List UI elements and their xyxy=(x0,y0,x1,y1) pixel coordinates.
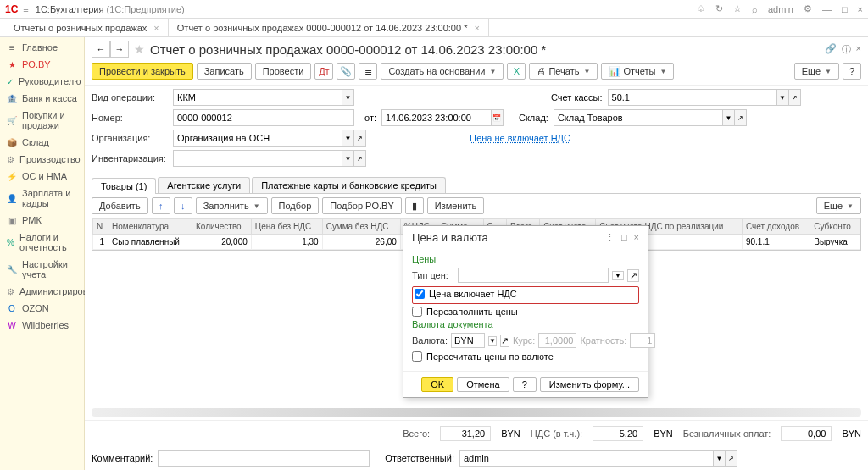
sidebar-item-wb[interactable]: WWildberries xyxy=(0,317,84,334)
search-icon[interactable]: ⌕ xyxy=(752,4,758,14)
tab-cards[interactable]: Платежные карты и банковские кредиты xyxy=(252,177,446,193)
more-button[interactable]: Еще▼ xyxy=(794,63,839,80)
responsible-input[interactable] xyxy=(459,450,714,467)
reports-button[interactable]: 📊 Отчеты▼ xyxy=(601,63,674,80)
user-label[interactable]: admin xyxy=(768,4,793,14)
sidebar-item-warehouse[interactable]: 📦Склад xyxy=(0,134,84,151)
tab-agent[interactable]: Агентские услуги xyxy=(158,177,250,193)
recalc-checkbox[interactable] xyxy=(412,351,422,362)
dropdown-icon[interactable]: ▼ xyxy=(714,450,726,467)
ok-button[interactable]: OK xyxy=(421,377,453,392)
row-down-button[interactable]: ↓ xyxy=(174,197,192,214)
bell-icon[interactable]: ♤ xyxy=(697,3,705,14)
select-poby-button[interactable]: Подбор PO.BY xyxy=(322,197,401,214)
rate-input[interactable] xyxy=(538,333,576,348)
price-type-input[interactable] xyxy=(458,268,609,283)
col-sub[interactable]: Субконто xyxy=(810,219,860,235)
close-icon[interactable]: × xyxy=(858,4,863,14)
col-n[interactable]: N xyxy=(93,219,108,235)
create-based-button[interactable]: Создать на основании▼ xyxy=(381,63,504,80)
sidebar-item-poby[interactable]: ★PO.BY xyxy=(0,56,84,73)
print-button[interactable]: 🖨 Печать▼ xyxy=(529,63,598,80)
settings-icon[interactable]: ⚙ xyxy=(804,3,812,14)
link-icon[interactable]: 🔗 xyxy=(825,43,837,56)
close-icon[interactable]: × xyxy=(856,43,861,56)
sidebar-item-ozon[interactable]: OOZON xyxy=(0,300,84,317)
col-sum[interactable]: Сумма без НДС xyxy=(322,219,400,235)
info-icon[interactable]: ⓘ xyxy=(842,43,851,56)
date-input[interactable] xyxy=(381,109,492,126)
save-button[interactable]: Записать xyxy=(197,63,252,80)
sidebar-item-assets[interactable]: ⚡ОС и НМА xyxy=(0,168,84,185)
nav-fwd-button[interactable]: → xyxy=(110,41,129,58)
currency-input[interactable] xyxy=(451,333,485,348)
tab-report-list[interactable]: Отчеты о розничных продажах × xyxy=(5,19,169,36)
star-icon[interactable]: ☆ xyxy=(733,3,742,14)
price-incl-vat-checkbox[interactable] xyxy=(415,289,425,299)
tab-goods[interactable]: Товары (1) xyxy=(92,178,156,194)
tab-close-icon[interactable]: × xyxy=(474,23,479,33)
sidebar-item-sales[interactable]: 🛒Покупки и продажи xyxy=(0,107,84,134)
warehouse-input[interactable] xyxy=(554,109,723,126)
tab-report-doc[interactable]: Отчет о розничных продажах 0000-000012 о… xyxy=(169,19,489,36)
post-close-button[interactable]: Провести и закрыть xyxy=(92,63,193,80)
sidebar-item-taxes[interactable]: %Налоги и отчетность xyxy=(0,229,84,256)
dropdown-icon[interactable]: ▼ xyxy=(723,109,735,126)
open-icon[interactable]: ↗ xyxy=(627,269,639,282)
sidebar-item-rmk[interactable]: ▣РМК xyxy=(0,212,84,229)
post-button[interactable]: Провести xyxy=(255,63,312,80)
favorite-icon[interactable]: ★ xyxy=(134,42,145,56)
sidebar-item-main[interactable]: ≡Главное xyxy=(0,39,84,56)
add-row-button[interactable]: Добавить xyxy=(92,197,148,214)
dialog-menu-icon[interactable]: ⋮ xyxy=(605,232,615,243)
help-button[interactable]: ? xyxy=(513,377,537,392)
col-qty[interactable]: Количество xyxy=(192,219,251,235)
help-button[interactable]: ? xyxy=(843,63,861,80)
org-input[interactable] xyxy=(173,130,342,147)
dialog-close-icon[interactable]: × xyxy=(634,232,639,243)
open-icon[interactable]: ↗ xyxy=(500,335,509,347)
sidebar-item-bank[interactable]: 🏦Банк и касса xyxy=(0,90,84,107)
tab-close-icon[interactable]: × xyxy=(153,23,159,33)
history-icon[interactable]: ↻ xyxy=(715,3,723,14)
table-more-button[interactable]: Еще▼ xyxy=(816,197,861,214)
maximize-icon[interactable]: □ xyxy=(842,4,848,14)
change-form-button[interactable]: Изменить форму... xyxy=(540,377,639,392)
select-button[interactable]: Подбор xyxy=(271,197,320,214)
cash-acc-input[interactable] xyxy=(608,89,777,106)
open-icon[interactable]: ↗ xyxy=(789,89,801,106)
sidebar-item-admin[interactable]: ⚙Администрирование xyxy=(0,283,84,300)
sidebar-item-settings[interactable]: 🔧Настройки учета xyxy=(0,256,84,283)
mult-input[interactable] xyxy=(630,333,655,348)
dt-kt-button[interactable]: Дт xyxy=(314,63,333,80)
sidebar-item-payroll[interactable]: 👤Зарплата и кадры xyxy=(0,185,84,212)
dialog-max-icon[interactable]: □ xyxy=(621,232,627,243)
op-type-input[interactable] xyxy=(173,89,342,106)
inventory-input[interactable] xyxy=(173,150,342,167)
nav-back-button[interactable]: ← xyxy=(92,41,110,58)
dropdown-icon[interactable]: ▼ xyxy=(488,336,497,346)
cancel-button[interactable]: Отмена xyxy=(457,377,509,392)
barcode-button[interactable]: ▮ xyxy=(405,197,424,214)
sidebar-item-manager[interactable]: ✓Руководителю xyxy=(0,73,84,90)
minimize-icon[interactable]: — xyxy=(822,4,832,14)
open-icon[interactable]: ↗ xyxy=(354,150,366,167)
dropdown-icon[interactable]: ▼ xyxy=(342,130,354,147)
menu-icon[interactable]: ≡ xyxy=(23,4,28,14)
structure-button[interactable]: ≣ xyxy=(359,63,377,80)
col-revacc[interactable]: Счет доходов xyxy=(742,219,810,235)
excel-button[interactable]: X xyxy=(507,63,526,80)
open-icon[interactable]: ↗ xyxy=(726,450,737,467)
edit-button[interactable]: Изменить xyxy=(427,197,485,214)
refill-prices-checkbox[interactable] xyxy=(412,307,422,317)
number-input[interactable] xyxy=(173,109,354,126)
open-icon[interactable]: ↗ xyxy=(354,130,366,147)
col-nom[interactable]: Номенклатура xyxy=(108,219,192,235)
sidebar-item-production[interactable]: ⚙Производство xyxy=(0,151,84,168)
dropdown-icon[interactable]: ▼ xyxy=(612,271,624,280)
col-price[interactable]: Цена без НДС xyxy=(251,219,322,235)
horizontal-scrollbar[interactable] xyxy=(92,408,861,417)
vat-settings-link[interactable]: Цена не включает НДС xyxy=(470,133,570,143)
dropdown-icon[interactable]: ▼ xyxy=(342,89,354,106)
dropdown-icon[interactable]: ▼ xyxy=(777,89,789,106)
